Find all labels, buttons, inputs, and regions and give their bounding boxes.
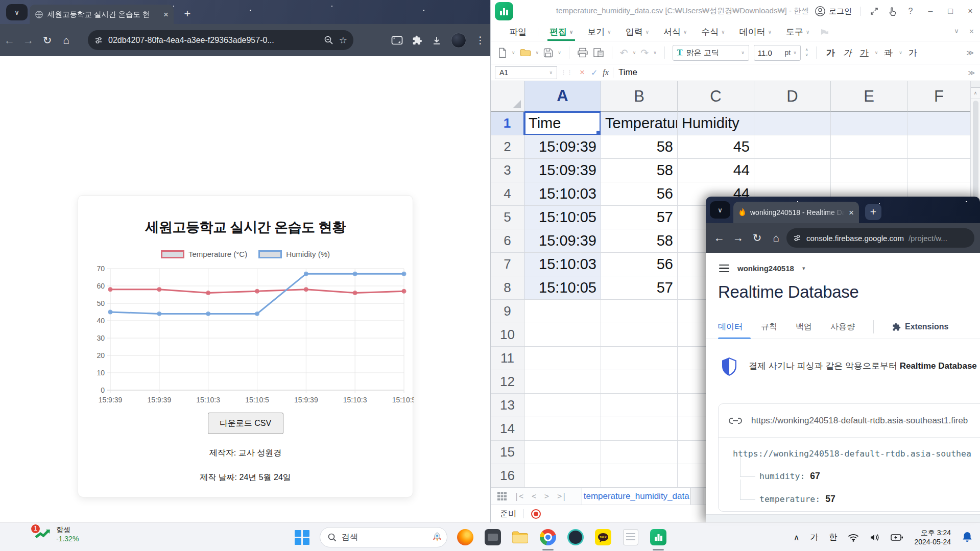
menu-extra-icon[interactable] (820, 27, 830, 36)
stock-widget[interactable]: 1 항셍 -1.32% (34, 525, 79, 543)
ime-han-indicator[interactable]: 한 (829, 532, 837, 543)
row-header-6[interactable]: 6 (491, 229, 524, 253)
cell-A1[interactable]: Time (524, 112, 601, 135)
prev-sheet-icon[interactable]: < (532, 492, 536, 501)
print-icon[interactable] (577, 47, 588, 58)
cell-B4[interactable]: 56 (601, 182, 678, 206)
legend-item[interactable]: Humidity (%) (258, 250, 330, 258)
firebase-tab-데이터[interactable]: 데이터 (718, 322, 743, 332)
url-text[interactable]: 02db4207-80fa-4ea4-a3ee-f29363ade957-0..… (108, 36, 319, 45)
notification-bell-icon[interactable] (962, 531, 973, 543)
close-button[interactable]: × (965, 7, 976, 16)
ribbon-close-icon[interactable]: × (969, 27, 974, 36)
cell-A12[interactable] (524, 370, 601, 394)
profile-avatar[interactable] (451, 33, 466, 48)
column-header-D[interactable]: D (754, 81, 831, 112)
taskbar-app-dark[interactable] (483, 527, 503, 547)
taskbar-app-chrome[interactable] (538, 527, 558, 547)
open-folder-icon[interactable] (520, 48, 531, 57)
menu-item-6[interactable]: 데이터∨ (732, 22, 779, 41)
cell-B13[interactable] (601, 394, 678, 417)
last-sheet-icon[interactable]: >| (557, 492, 566, 501)
forward-icon[interactable]: → (729, 232, 748, 244)
formula-confirm-icon[interactable]: ✓ (591, 68, 597, 78)
row-header-14[interactable]: 14 (491, 417, 524, 441)
column-header-F[interactable]: F (907, 81, 971, 112)
bookmark-star-icon[interactable]: ☆ (339, 35, 347, 46)
strike-button[interactable]: 과 (882, 47, 895, 59)
menu-item-2[interactable]: 보기∨ (580, 22, 618, 41)
menu-item-5[interactable]: 수식∨ (694, 22, 732, 41)
extensions-puzzle-icon[interactable] (412, 35, 422, 45)
firebase-tab-사용량[interactable]: 사용량 (830, 322, 855, 332)
scrollbar-thumb[interactable] (973, 101, 978, 208)
cell-A3[interactable]: 15:09:39 (524, 159, 601, 182)
back-icon[interactable]: ← (0, 34, 19, 46)
ribbon-collapse-icon[interactable]: ∨ (954, 27, 959, 36)
row-header-16[interactable]: 16 (491, 464, 524, 488)
ime-a-indicator[interactable]: 가 (810, 532, 818, 543)
cell-B7[interactable]: 56 (601, 253, 678, 276)
bold-button[interactable]: 가 (824, 47, 837, 59)
site-settings-icon[interactable] (94, 36, 103, 45)
address-bar[interactable]: console.firebase.google.com/project/w... (786, 228, 974, 248)
undo-icon[interactable]: ↶ (620, 47, 628, 59)
formula-value[interactable]: Time (618, 67, 637, 78)
row-header-11[interactable]: 11 (491, 347, 524, 370)
cell-B2[interactable]: 58 (601, 135, 678, 159)
cell-B12[interactable] (601, 370, 678, 394)
cell-E2[interactable] (831, 135, 907, 159)
site-settings-icon[interactable] (793, 233, 802, 243)
sheet-tab-stub[interactable] (691, 488, 704, 505)
cell-B6[interactable]: 58 (601, 229, 678, 253)
function-icon[interactable]: fx (603, 68, 609, 77)
project-name[interactable]: wonking240518 (737, 264, 794, 273)
row-header-2[interactable]: 2 (491, 135, 524, 159)
firebase-tab-백업[interactable]: 백업 (796, 322, 812, 332)
sheet-list-icon[interactable] (497, 492, 507, 501)
row-header-12[interactable]: 12 (491, 370, 524, 394)
italic-button[interactable]: 가 (841, 47, 854, 59)
touch-mode-icon[interactable] (888, 6, 896, 16)
row-header-15[interactable]: 15 (491, 441, 524, 464)
home-icon[interactable]: ⌂ (57, 34, 76, 46)
download-icon[interactable] (432, 35, 442, 45)
cell-A14[interactable] (524, 417, 601, 441)
tray-expand-icon[interactable]: ∧ (794, 533, 800, 542)
cell-A5[interactable]: 15:10:05 (524, 206, 601, 229)
new-document-icon[interactable] (498, 47, 507, 58)
next-sheet-icon[interactable]: > (544, 492, 549, 501)
cell-B10[interactable] (601, 323, 678, 347)
tab-close-icon[interactable]: × (163, 10, 169, 19)
save-icon[interactable] (543, 48, 553, 58)
cell-A7[interactable]: 15:10:03 (524, 253, 601, 276)
hamburger-menu-icon[interactable] (719, 265, 729, 273)
clock[interactable]: 오후 3:24 2024-05-24 (914, 528, 951, 546)
cell-A8[interactable]: 15:10:05 (524, 276, 601, 300)
cell-B8[interactable]: 57 (601, 276, 678, 300)
first-sheet-icon[interactable]: |< (514, 492, 523, 501)
taskbar-app-round-dark[interactable] (566, 527, 585, 547)
maximize-button[interactable]: □ (945, 7, 956, 16)
cell-D2[interactable] (754, 135, 831, 159)
row-header-4[interactable]: 4 (491, 182, 524, 206)
taskbar-app-firefox[interactable] (456, 527, 475, 547)
formula-more-icon[interactable]: ≫ (968, 69, 975, 77)
new-tab-button[interactable]: + (865, 204, 881, 220)
tab-close-icon[interactable]: × (849, 208, 854, 217)
reload-icon[interactable]: ↻ (748, 232, 767, 244)
font-size-stepper[interactable]: ∧∨ (805, 48, 808, 57)
login-button[interactable]: 로그인 (815, 6, 852, 17)
address-bar[interactable]: 02db4207-80fa-4ea4-a3ee-f29363ade957-0..… (88, 30, 353, 50)
tab-search-button[interactable]: ∨ (6, 4, 28, 20)
new-tab-button[interactable]: + (180, 6, 195, 21)
database-url[interactable]: https://wonking240518-default-rtdb.asia-… (751, 416, 968, 426)
cell-B9[interactable] (601, 300, 678, 323)
firebase-tab-규칙[interactable]: 규칙 (761, 322, 777, 332)
taskbar-app-explorer[interactable] (511, 527, 530, 547)
row-header-3[interactable]: 3 (491, 159, 524, 182)
formula-cancel-icon[interactable]: × (580, 67, 585, 78)
cell-name-box[interactable]: A1 ∨ (495, 66, 557, 79)
taskbar-app-hancell[interactable] (649, 527, 668, 547)
cell-B15[interactable] (601, 441, 678, 464)
